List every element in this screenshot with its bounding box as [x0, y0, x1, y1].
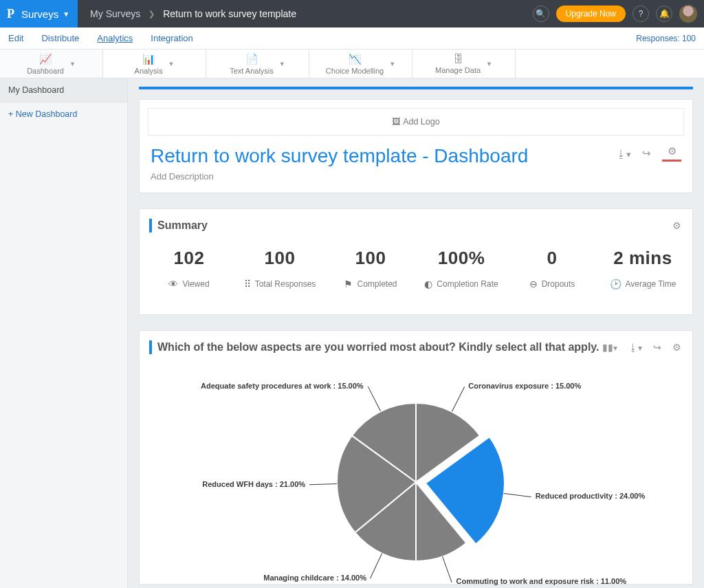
stat-label: ◐Completion Rate [420, 279, 503, 290]
stat-value: 0 [511, 248, 593, 269]
upgrade-button[interactable]: Upgrade Now [556, 6, 626, 22]
minus-icon: ⊖ [529, 279, 538, 290]
stat-value: 100 [329, 248, 412, 269]
add-logo-dropzone[interactable]: 🖼 Add Logo [148, 108, 684, 135]
dashboard-description[interactable]: Add Description [151, 171, 616, 182]
sidebar-item-my-dashboard[interactable]: My Dashboard [0, 78, 127, 102]
pie-chart: Coronavirus exposure : 15.00%Reduced pro… [140, 357, 692, 584]
gear-icon: ⚙ [668, 145, 676, 157]
clock-icon: 🕑 [610, 279, 622, 290]
stat-value: 100% [420, 248, 503, 269]
dashboard-icon: 📈 [39, 53, 52, 65]
layout: My Dashboard + New Dashboard 🖼 Add Logo … [0, 78, 704, 588]
stat-value: 102 [148, 248, 230, 269]
stat-value: 2 mins [602, 248, 684, 269]
breadcrumb-root[interactable]: My Surveys [90, 8, 140, 19]
choice-modelling-icon: 📉 [349, 53, 362, 65]
brand-label: Surveys [21, 8, 58, 20]
text-analysis-icon: 📄 [245, 53, 258, 65]
search-button[interactable]: 🔍 [533, 6, 549, 22]
stat-label: ⊖Dropouts [511, 279, 593, 290]
half-icon: ◐ [424, 279, 432, 290]
pie-label: Commuting to work and exposure risk : 11… [456, 577, 627, 585]
tooltab-text-analysis[interactable]: 📄 Text Analysis ▼ [206, 50, 309, 78]
subnav-integration[interactable]: Integration [151, 33, 192, 43]
dashboard-title[interactable]: Return to work survey template - Dashboa… [151, 145, 616, 167]
avatar[interactable] [679, 5, 697, 23]
subnav-edit[interactable]: Edit [8, 33, 23, 43]
sub-nav: Edit Distribute Analytics Integration Re… [0, 28, 704, 50]
chevron-down-icon: ▼ [486, 61, 492, 67]
image-icon: 🖼 [392, 117, 401, 127]
accent-bar [139, 87, 693, 89]
dashboard-header-panel: 🖼 Add Logo Return to work survey templat… [139, 99, 693, 193]
chevron-down-icon: ▼ [168, 61, 175, 67]
grid-icon: ⠿ [244, 279, 251, 290]
stat-completion-rate: 100%◐Completion Rate [420, 248, 503, 290]
pie-label: Managing childcare : 14.00% [263, 574, 366, 582]
breadcrumb-title: Return to work survey template [163, 8, 296, 19]
tooltab-choice-modelling[interactable]: 📉 Choice Modelling ▼ [309, 50, 412, 78]
analysis-icon: 📊 [142, 53, 155, 65]
tooltab-analysis[interactable]: 📊 Analysis ▼ [103, 50, 206, 78]
gear-icon[interactable]: ⚙ [672, 342, 681, 353]
subnav-analytics[interactable]: Analytics [97, 33, 133, 43]
question-chart-panel: Which of the below aspects are you worri… [139, 330, 693, 585]
chart-type-icon[interactable]: ▮▮▾ [602, 342, 617, 353]
breadcrumb: My Surveys ❯ Return to work survey templ… [78, 8, 533, 19]
section-accent [149, 219, 152, 232]
brand-menu[interactable]: P Surveys ▼ [0, 0, 78, 28]
download-icon[interactable]: ⭳▾ [616, 148, 631, 160]
gear-icon[interactable]: ⚙ [672, 220, 681, 231]
notifications-button[interactable]: 🔔 [656, 6, 672, 22]
active-underline [662, 160, 681, 162]
dashboard-title-actions: ⭳▾ ↪ ⚙ [616, 145, 681, 162]
caret-down-icon: ▼ [63, 10, 69, 18]
search-icon: 🔍 [536, 9, 546, 19]
question-heading: Which of the below aspects are you worri… [157, 341, 602, 353]
stat-dropouts: 0⊖Dropouts [511, 248, 593, 290]
subnav-distribute[interactable]: Distribute [41, 33, 79, 43]
tooltab-dashboard[interactable]: 📈 Dashboard ▼ [0, 50, 103, 78]
stat-value: 100 [239, 248, 321, 269]
bell-icon: 🔔 [659, 9, 670, 19]
chevron-down-icon: ▼ [69, 61, 76, 67]
stat-total-responses: 100⠿Total Responses [239, 248, 321, 290]
responses-label[interactable]: Responses: 100 [636, 34, 696, 43]
stat-label: 👁Viewed [148, 279, 230, 290]
chevron-down-icon: ▼ [279, 61, 285, 67]
settings-button[interactable]: ⚙ [662, 145, 681, 162]
database-icon: 🗄 [453, 53, 463, 65]
help-button[interactable]: ? [632, 6, 649, 22]
pie-label: Reduced productivity : 24.00% [536, 492, 646, 500]
summary-panel: Summary ⚙ 102👁Viewed100⠿Total Responses1… [139, 208, 693, 315]
stat-viewed: 102👁Viewed [148, 248, 230, 290]
flag-icon: ⚑ [344, 279, 353, 290]
toolbar: 📈 Dashboard ▼ 📊 Analysis ▼ 📄 Text Analys… [0, 50, 704, 78]
share-icon[interactable]: ↪ [642, 147, 651, 160]
stat-average-time: 2 mins🕑Average Time [602, 248, 684, 290]
main: 🖼 Add Logo Return to work survey templat… [128, 78, 704, 588]
eye-icon: 👁 [168, 279, 178, 290]
top-actions: 🔍 Upgrade Now ? 🔔 [533, 5, 704, 23]
section-accent [149, 340, 152, 354]
sidebar: My Dashboard + New Dashboard [0, 78, 128, 588]
summary-heading: Summary [157, 219, 672, 232]
pie-label: Coronavirus exposure : 15.00% [468, 382, 581, 390]
top-bar: P Surveys ▼ My Surveys ❯ Return to work … [0, 0, 704, 28]
download-icon[interactable]: ⭳▾ [628, 342, 642, 353]
leader-line [504, 493, 531, 497]
pie-label: Reduced WFH days : 21.00% [202, 480, 305, 488]
stat-label: ⚑Completed [329, 279, 412, 290]
stat-completed: 100⚑Completed [329, 248, 412, 290]
stat-label: 🕑Average Time [602, 279, 684, 290]
sidebar-add-dashboard[interactable]: + New Dashboard [0, 102, 127, 126]
pie-label: Adequate safety procedures at work : 15.… [201, 382, 364, 390]
share-icon[interactable]: ↪ [653, 342, 661, 353]
chevron-right-icon: ❯ [148, 10, 155, 19]
summary-stats: 102👁Viewed100⠿Total Responses100⚑Complet… [140, 235, 692, 314]
help-icon: ? [639, 9, 644, 19]
stat-label: ⠿Total Responses [239, 279, 321, 290]
chevron-down-icon: ▼ [389, 61, 395, 67]
tooltab-manage-data[interactable]: 🗄 Manage Data ▼ [412, 50, 516, 78]
